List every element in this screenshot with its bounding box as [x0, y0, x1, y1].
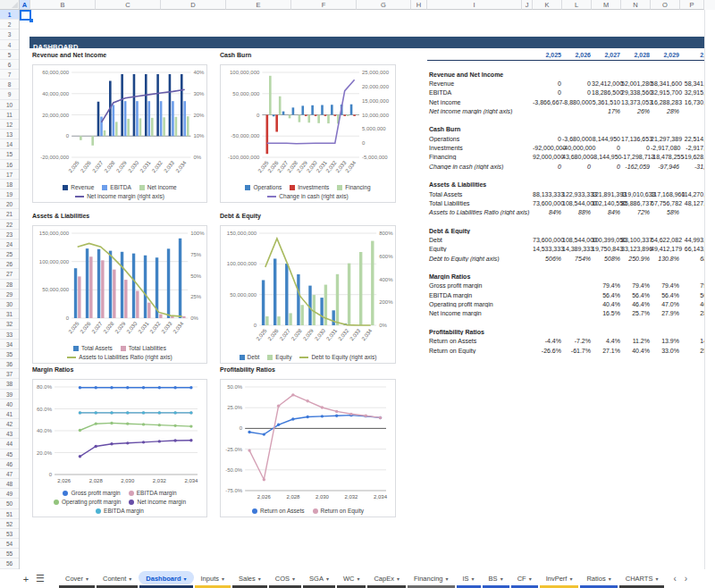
sheet-tab-invperf[interactable]: InvPerf▾: [539, 569, 580, 588]
row-header-53[interactable]: 53: [0, 529, 19, 539]
table-row[interactable]: Revenue0032,412,00052,001,28058,341,6005…: [427, 79, 704, 88]
chevron-down-icon[interactable]: ▾: [655, 575, 658, 582]
column-header-G[interactable]: G: [357, 0, 411, 10]
row-header-56[interactable]: 56: [0, 559, 19, 568]
margin-ratios-chart[interactable]: 80.0%60.0%40.0%20.0%02,0262,0282,0302,03…: [32, 379, 207, 517]
row-header-11[interactable]: 11: [0, 110, 19, 120]
table-row[interactable]: Debt73,600,000108,544,000100,399,05083,1…: [427, 235, 704, 244]
column-header-P[interactable]: P: [680, 0, 704, 10]
table-row[interactable]: Operating profit margin40.4%46.4%47.0%46…: [427, 299, 704, 308]
row-header-54[interactable]: 54: [0, 539, 19, 549]
assets-liabilities-chart[interactable]: 150,000,000100,000,00050,000,0000100%75%…: [32, 225, 207, 364]
row-header-19[interactable]: 19: [0, 189, 19, 199]
chevron-down-icon[interactable]: ▾: [292, 575, 295, 582]
table-row[interactable]: Net income-3,866,667-8,880,0005,361,5101…: [427, 97, 704, 106]
row-header-6[interactable]: 6: [0, 60, 19, 70]
column-header-C[interactable]: C: [96, 0, 161, 10]
row-header-9[interactable]: 9: [0, 89, 19, 99]
sheet-tab-cover[interactable]: Cover▾: [58, 569, 96, 588]
chevron-down-icon[interactable]: ▾: [258, 575, 261, 582]
sheet-tab-sales[interactable]: Sales▾: [231, 569, 268, 588]
column-header-I[interactable]: I: [427, 0, 522, 10]
row-header-23[interactable]: 23: [0, 230, 19, 239]
table-row[interactable]: Gross profit margin79.4%79.4%79.4%79.: [427, 281, 704, 290]
row-header-51[interactable]: 51: [0, 509, 19, 519]
sheet-tab-ratios[interactable]: Ratios▾: [579, 569, 618, 588]
column-header-H[interactable]: H: [411, 0, 427, 10]
row-header-20[interactable]: 20: [0, 199, 19, 209]
row-header-50[interactable]: 50: [0, 499, 19, 508]
sheet-tab-wc[interactable]: WC▾: [336, 569, 367, 588]
year-header-cell[interactable]: 2,025: [533, 50, 562, 60]
table-row[interactable]: Return on Equity-26.6%-61.7%27.1%40.4%33…: [427, 346, 704, 355]
debt-equity-chart[interactable]: 150,000,000100,000,00050,000,0000800%600…: [220, 225, 396, 364]
row-header-29[interactable]: 29: [0, 290, 19, 299]
row-header-27[interactable]: 27: [0, 269, 19, 279]
column-header-A[interactable]: A: [20, 0, 30, 10]
sheet-tab-financing[interactable]: Financing▾: [407, 569, 456, 588]
row-header-30[interactable]: 30: [0, 299, 19, 309]
row-header-36[interactable]: 36: [0, 359, 19, 369]
column-header-J[interactable]: J: [522, 0, 533, 10]
column-header-D[interactable]: D: [161, 0, 226, 10]
row-header-18[interactable]: 18: [0, 180, 19, 189]
row-header-25[interactable]: 25: [0, 249, 19, 259]
table-row[interactable]: EBITDA margin56.4%56.4%56.4%56.: [427, 290, 704, 299]
all-sheets-menu-icon[interactable]: ☰: [33, 569, 47, 588]
row-header-21[interactable]: 21: [0, 209, 19, 219]
table-row[interactable]: Net income margin (right axis)17%26%28%2: [427, 106, 704, 115]
chevron-down-icon[interactable]: ▾: [326, 575, 329, 582]
table-row[interactable]: Assets to Liabilities Ratio (right axis)…: [427, 207, 704, 216]
row-header-46[interactable]: 46: [0, 459, 19, 469]
column-header-K[interactable]: K: [533, 0, 562, 10]
row-header-5[interactable]: 5: [0, 50, 19, 60]
chevron-down-icon[interactable]: ▾: [500, 575, 503, 582]
year-header-cell[interactable]: 2,026: [562, 50, 592, 60]
row-header-1[interactable]: 1: [0, 10, 19, 20]
table-row[interactable]: Return on Assets-4.4%-7.2%4.4%11.2%13.9%…: [427, 337, 704, 346]
row-header-42[interactable]: 42: [0, 419, 19, 429]
row-header-13[interactable]: 13: [0, 130, 19, 139]
chevron-down-icon[interactable]: ▾: [609, 575, 611, 582]
row-header-35[interactable]: 35: [0, 349, 19, 359]
row-header-39[interactable]: 39: [0, 390, 19, 399]
row-header-38[interactable]: 38: [0, 379, 19, 389]
table-row[interactable]: Financing92,000,00043,680,000-8,144,950-…: [427, 153, 704, 162]
year-header-cell[interactable]: 2,027: [592, 50, 621, 60]
chevron-down-icon[interactable]: ▾: [222, 575, 224, 582]
sheet-tab-inputs[interactable]: Inputs▾: [194, 569, 231, 588]
row-header-44[interactable]: 44: [0, 439, 19, 449]
row-header-52[interactable]: 52: [0, 519, 19, 529]
chevron-down-icon[interactable]: ▾: [397, 575, 400, 582]
row-header-41[interactable]: 41: [0, 409, 19, 419]
add-sheet-button[interactable]: +: [19, 569, 33, 588]
chevron-down-icon[interactable]: ▾: [569, 575, 572, 582]
scroll-tabs-left-icon[interactable]: ‹: [673, 569, 676, 588]
column-header-M[interactable]: M: [592, 0, 621, 10]
column-header-N[interactable]: N: [621, 0, 651, 10]
row-header-28[interactable]: 28: [0, 280, 19, 290]
row-header-3[interactable]: 3: [0, 29, 19, 39]
row-header-32[interactable]: 32: [0, 319, 19, 329]
row-header-15[interactable]: 15: [0, 149, 19, 159]
table-row[interactable]: EBITDA0018,286,50029,338,56032,915,70032…: [427, 88, 704, 97]
select-all-corner[interactable]: [0, 0, 20, 10]
row-header-33[interactable]: 33: [0, 330, 19, 340]
row-header-22[interactable]: 22: [0, 220, 19, 230]
sheet-tab-sga[interactable]: SGA▾: [302, 569, 336, 588]
profitability-ratios-chart[interactable]: 50.0%25.0%0-25.0%-50.0%-75.0%2,0262,0282…: [220, 379, 396, 517]
chevron-down-icon[interactable]: ▾: [445, 575, 448, 582]
row-header-40[interactable]: 40: [0, 399, 19, 409]
sheet-canvas[interactable]: DASHBOARD Revenue and Net Income 60,000,…: [20, 10, 715, 569]
sheet-tab-bs[interactable]: BS▾: [482, 569, 510, 588]
row-header-49[interactable]: 49: [0, 489, 19, 499]
table-row[interactable]: Operations0-3,680,0008,144,95017,136,653…: [427, 134, 704, 143]
sheet-tab-cos[interactable]: COS▾: [268, 569, 302, 588]
row-header-14[interactable]: 14: [0, 139, 19, 149]
year-header-cell[interactable]: 2,029: [651, 50, 680, 60]
chevron-down-icon[interactable]: ▾: [86, 575, 88, 582]
table-row[interactable]: Net income margin16.5%25.7%27.9%28.: [427, 309, 704, 318]
year-header-cell[interactable]: 2,028: [621, 50, 651, 60]
row-header-24[interactable]: 24: [0, 239, 19, 249]
row-header-10[interactable]: 10: [0, 100, 19, 110]
